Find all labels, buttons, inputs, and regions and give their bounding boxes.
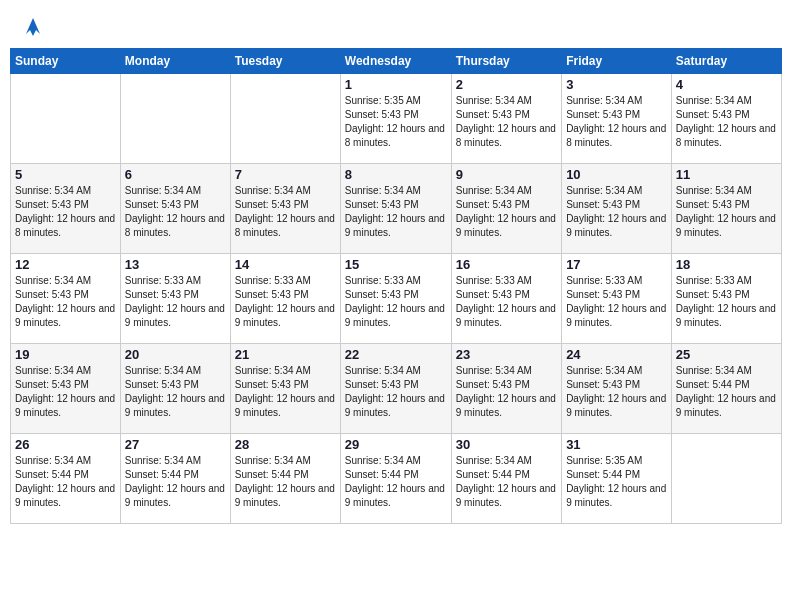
calendar-cell: 3Sunrise: 5:34 AMSunset: 5:43 PMDaylight… bbox=[562, 74, 672, 164]
calendar-week-row: 12Sunrise: 5:34 AMSunset: 5:43 PMDayligh… bbox=[11, 254, 782, 344]
day-info: Sunrise: 5:34 AMSunset: 5:44 PMDaylight:… bbox=[676, 364, 777, 420]
day-number: 26 bbox=[15, 437, 116, 452]
day-number: 17 bbox=[566, 257, 667, 272]
calendar-cell: 6Sunrise: 5:34 AMSunset: 5:43 PMDaylight… bbox=[120, 164, 230, 254]
day-number: 3 bbox=[566, 77, 667, 92]
weekday-header: Wednesday bbox=[340, 49, 451, 74]
calendar-week-row: 19Sunrise: 5:34 AMSunset: 5:43 PMDayligh… bbox=[11, 344, 782, 434]
day-info: Sunrise: 5:34 AMSunset: 5:44 PMDaylight:… bbox=[345, 454, 447, 510]
calendar-cell: 9Sunrise: 5:34 AMSunset: 5:43 PMDaylight… bbox=[451, 164, 561, 254]
calendar-cell: 12Sunrise: 5:34 AMSunset: 5:43 PMDayligh… bbox=[11, 254, 121, 344]
day-info: Sunrise: 5:34 AMSunset: 5:43 PMDaylight:… bbox=[235, 184, 336, 240]
calendar-cell: 22Sunrise: 5:34 AMSunset: 5:43 PMDayligh… bbox=[340, 344, 451, 434]
calendar-cell: 19Sunrise: 5:34 AMSunset: 5:43 PMDayligh… bbox=[11, 344, 121, 434]
calendar-week-row: 1Sunrise: 5:35 AMSunset: 5:43 PMDaylight… bbox=[11, 74, 782, 164]
weekday-header: Tuesday bbox=[230, 49, 340, 74]
day-info: Sunrise: 5:34 AMSunset: 5:43 PMDaylight:… bbox=[566, 184, 667, 240]
calendar-cell: 26Sunrise: 5:34 AMSunset: 5:44 PMDayligh… bbox=[11, 434, 121, 524]
day-number: 30 bbox=[456, 437, 557, 452]
day-info: Sunrise: 5:34 AMSunset: 5:43 PMDaylight:… bbox=[235, 364, 336, 420]
calendar-cell: 30Sunrise: 5:34 AMSunset: 5:44 PMDayligh… bbox=[451, 434, 561, 524]
day-number: 25 bbox=[676, 347, 777, 362]
day-info: Sunrise: 5:34 AMSunset: 5:43 PMDaylight:… bbox=[15, 364, 116, 420]
day-number: 9 bbox=[456, 167, 557, 182]
logo bbox=[18, 14, 46, 36]
day-number: 31 bbox=[566, 437, 667, 452]
calendar-cell: 11Sunrise: 5:34 AMSunset: 5:43 PMDayligh… bbox=[671, 164, 781, 254]
day-info: Sunrise: 5:34 AMSunset: 5:43 PMDaylight:… bbox=[676, 184, 777, 240]
calendar-cell: 27Sunrise: 5:34 AMSunset: 5:44 PMDayligh… bbox=[120, 434, 230, 524]
day-number: 22 bbox=[345, 347, 447, 362]
calendar-cell: 1Sunrise: 5:35 AMSunset: 5:43 PMDaylight… bbox=[340, 74, 451, 164]
day-number: 13 bbox=[125, 257, 226, 272]
day-info: Sunrise: 5:34 AMSunset: 5:44 PMDaylight:… bbox=[125, 454, 226, 510]
day-info: Sunrise: 5:33 AMSunset: 5:43 PMDaylight:… bbox=[235, 274, 336, 330]
day-number: 21 bbox=[235, 347, 336, 362]
day-number: 20 bbox=[125, 347, 226, 362]
day-info: Sunrise: 5:34 AMSunset: 5:43 PMDaylight:… bbox=[676, 94, 777, 150]
calendar-cell bbox=[11, 74, 121, 164]
calendar-cell: 28Sunrise: 5:34 AMSunset: 5:44 PMDayligh… bbox=[230, 434, 340, 524]
day-number: 12 bbox=[15, 257, 116, 272]
day-info: Sunrise: 5:34 AMSunset: 5:43 PMDaylight:… bbox=[125, 184, 226, 240]
day-info: Sunrise: 5:35 AMSunset: 5:44 PMDaylight:… bbox=[566, 454, 667, 510]
day-number: 11 bbox=[676, 167, 777, 182]
calendar-cell: 18Sunrise: 5:33 AMSunset: 5:43 PMDayligh… bbox=[671, 254, 781, 344]
calendar-cell: 10Sunrise: 5:34 AMSunset: 5:43 PMDayligh… bbox=[562, 164, 672, 254]
calendar-week-row: 5Sunrise: 5:34 AMSunset: 5:43 PMDaylight… bbox=[11, 164, 782, 254]
day-info: Sunrise: 5:34 AMSunset: 5:44 PMDaylight:… bbox=[15, 454, 116, 510]
weekday-header: Saturday bbox=[671, 49, 781, 74]
calendar-cell: 20Sunrise: 5:34 AMSunset: 5:43 PMDayligh… bbox=[120, 344, 230, 434]
calendar-cell: 31Sunrise: 5:35 AMSunset: 5:44 PMDayligh… bbox=[562, 434, 672, 524]
day-number: 19 bbox=[15, 347, 116, 362]
day-info: Sunrise: 5:34 AMSunset: 5:43 PMDaylight:… bbox=[15, 184, 116, 240]
calendar-cell: 4Sunrise: 5:34 AMSunset: 5:43 PMDaylight… bbox=[671, 74, 781, 164]
day-info: Sunrise: 5:33 AMSunset: 5:43 PMDaylight:… bbox=[676, 274, 777, 330]
day-info: Sunrise: 5:34 AMSunset: 5:43 PMDaylight:… bbox=[566, 364, 667, 420]
day-number: 5 bbox=[15, 167, 116, 182]
calendar-cell: 23Sunrise: 5:34 AMSunset: 5:43 PMDayligh… bbox=[451, 344, 561, 434]
day-info: Sunrise: 5:34 AMSunset: 5:43 PMDaylight:… bbox=[345, 364, 447, 420]
page-header bbox=[10, 10, 782, 40]
day-info: Sunrise: 5:34 AMSunset: 5:43 PMDaylight:… bbox=[566, 94, 667, 150]
day-number: 7 bbox=[235, 167, 336, 182]
day-number: 14 bbox=[235, 257, 336, 272]
calendar-header-row: SundayMondayTuesdayWednesdayThursdayFrid… bbox=[11, 49, 782, 74]
day-info: Sunrise: 5:34 AMSunset: 5:43 PMDaylight:… bbox=[456, 94, 557, 150]
calendar-cell: 17Sunrise: 5:33 AMSunset: 5:43 PMDayligh… bbox=[562, 254, 672, 344]
calendar-week-row: 26Sunrise: 5:34 AMSunset: 5:44 PMDayligh… bbox=[11, 434, 782, 524]
weekday-header: Friday bbox=[562, 49, 672, 74]
day-info: Sunrise: 5:34 AMSunset: 5:43 PMDaylight:… bbox=[345, 184, 447, 240]
day-number: 28 bbox=[235, 437, 336, 452]
day-number: 4 bbox=[676, 77, 777, 92]
calendar-cell: 13Sunrise: 5:33 AMSunset: 5:43 PMDayligh… bbox=[120, 254, 230, 344]
weekday-header: Thursday bbox=[451, 49, 561, 74]
calendar-cell: 8Sunrise: 5:34 AMSunset: 5:43 PMDaylight… bbox=[340, 164, 451, 254]
day-number: 18 bbox=[676, 257, 777, 272]
day-info: Sunrise: 5:33 AMSunset: 5:43 PMDaylight:… bbox=[456, 274, 557, 330]
calendar-cell: 16Sunrise: 5:33 AMSunset: 5:43 PMDayligh… bbox=[451, 254, 561, 344]
day-number: 10 bbox=[566, 167, 667, 182]
day-info: Sunrise: 5:34 AMSunset: 5:44 PMDaylight:… bbox=[456, 454, 557, 510]
day-number: 2 bbox=[456, 77, 557, 92]
calendar-table: SundayMondayTuesdayWednesdayThursdayFrid… bbox=[10, 48, 782, 524]
calendar-cell bbox=[120, 74, 230, 164]
day-number: 8 bbox=[345, 167, 447, 182]
calendar-cell: 5Sunrise: 5:34 AMSunset: 5:43 PMDaylight… bbox=[11, 164, 121, 254]
calendar-cell: 25Sunrise: 5:34 AMSunset: 5:44 PMDayligh… bbox=[671, 344, 781, 434]
day-number: 29 bbox=[345, 437, 447, 452]
day-info: Sunrise: 5:33 AMSunset: 5:43 PMDaylight:… bbox=[125, 274, 226, 330]
day-number: 6 bbox=[125, 167, 226, 182]
calendar-cell: 21Sunrise: 5:34 AMSunset: 5:43 PMDayligh… bbox=[230, 344, 340, 434]
calendar-cell bbox=[230, 74, 340, 164]
day-info: Sunrise: 5:34 AMSunset: 5:43 PMDaylight:… bbox=[15, 274, 116, 330]
svg-marker-0 bbox=[26, 18, 40, 36]
calendar-cell: 24Sunrise: 5:34 AMSunset: 5:43 PMDayligh… bbox=[562, 344, 672, 434]
day-number: 27 bbox=[125, 437, 226, 452]
day-info: Sunrise: 5:34 AMSunset: 5:43 PMDaylight:… bbox=[456, 364, 557, 420]
calendar-cell: 2Sunrise: 5:34 AMSunset: 5:43 PMDaylight… bbox=[451, 74, 561, 164]
day-number: 16 bbox=[456, 257, 557, 272]
weekday-header: Sunday bbox=[11, 49, 121, 74]
day-number: 23 bbox=[456, 347, 557, 362]
day-info: Sunrise: 5:34 AMSunset: 5:43 PMDaylight:… bbox=[456, 184, 557, 240]
